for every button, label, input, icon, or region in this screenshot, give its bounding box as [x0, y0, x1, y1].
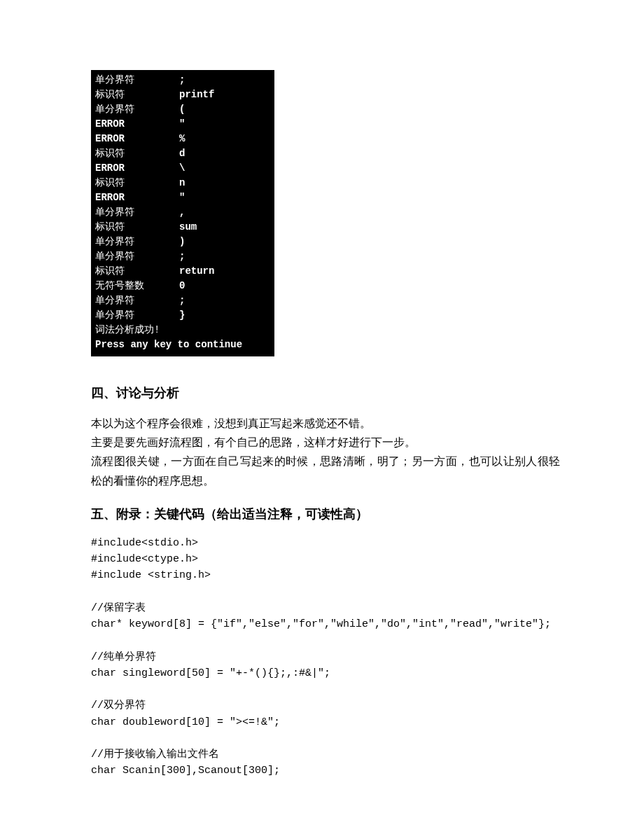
section-4-p1: 本以为这个程序会很难，没想到真正写起来感觉还不错。 — [91, 417, 371, 429]
terminal-row: 标识符printf — [95, 88, 270, 102]
terminal-row-value: " — [179, 117, 185, 132]
section-4-p2: 主要是要先画好流程图，有个自己的思路，这样才好进行下一步。 — [91, 436, 416, 448]
terminal-row: ERROR" — [95, 190, 270, 205]
terminal-row-value: ; — [179, 249, 185, 264]
terminal-row: 标识符return — [95, 264, 270, 279]
terminal-row: 无符号整数0 — [95, 279, 270, 293]
terminal-row-value: ( — [179, 102, 185, 117]
terminal-row-value: \ — [179, 161, 185, 176]
code-block: #include<stdio.h> #include<ctype.h> #inc… — [91, 535, 560, 779]
terminal-row-value: n — [179, 176, 185, 190]
terminal-row-label: 单分界符 — [95, 293, 179, 308]
terminal-row: 单分界符; — [95, 249, 270, 264]
terminal-row-value: , — [179, 205, 185, 220]
section-5-heading: 五、附录：关键代码（给出适当注释，可读性高） — [91, 506, 560, 522]
terminal-row-value: sum — [179, 220, 197, 235]
section-4-p3: 流程图很关键，一方面在自己写起来的时候，思路清晰，明了；另一方面，也可以让别人很… — [91, 455, 560, 486]
terminal-row-value: " — [179, 190, 185, 205]
terminal-row-label: ERROR — [95, 190, 179, 205]
terminal-row: ERROR" — [95, 117, 270, 132]
terminal-row-label: ERROR — [95, 161, 179, 176]
terminal-prompt: Press any key to continue — [95, 338, 270, 352]
terminal-row-label: 单分界符 — [95, 235, 179, 249]
terminal-row: 单分界符; — [95, 293, 270, 308]
terminal-row: 单分界符} — [95, 308, 270, 323]
terminal-row-value: ; — [179, 73, 185, 88]
terminal-row: 标识符d — [95, 146, 270, 161]
terminal-row-label: 无符号整数 — [95, 279, 179, 293]
terminal-row: 标识符sum — [95, 220, 270, 235]
terminal-row-value: % — [179, 132, 185, 146]
terminal-row-label: 单分界符 — [95, 249, 179, 264]
section-4-heading: 四、讨论与分析 — [91, 384, 560, 401]
terminal-row-label: 单分界符 — [95, 102, 179, 117]
terminal-success: 词法分析成功! — [95, 323, 270, 338]
terminal-row-value: d — [179, 146, 185, 161]
terminal-row: ERROR\ — [95, 161, 270, 176]
terminal-row-value: return — [179, 264, 214, 279]
terminal-row: 单分界符, — [95, 205, 270, 220]
terminal-row-label: 标识符 — [95, 220, 179, 235]
terminal-row: 标识符n — [95, 176, 270, 190]
terminal-row: 单分界符) — [95, 235, 270, 249]
terminal-row-value: ; — [179, 293, 185, 308]
terminal-row-label: 标识符 — [95, 176, 179, 190]
terminal-row-value: printf — [179, 88, 214, 102]
terminal-row-label: 单分界符 — [95, 73, 179, 88]
terminal-row-value: } — [179, 308, 185, 323]
terminal-row-label: 标识符 — [95, 264, 179, 279]
terminal-row-label: ERROR — [95, 132, 179, 146]
terminal-row: ERROR% — [95, 132, 270, 146]
terminal-row-label: 标识符 — [95, 88, 179, 102]
terminal-row-label: 单分界符 — [95, 205, 179, 220]
terminal-row: 单分界符( — [95, 102, 270, 117]
terminal-row: 单分界符; — [95, 73, 270, 88]
section-4-body: 本以为这个程序会很难，没想到真正写起来感觉还不错。 主要是要先画好流程图，有个自… — [91, 414, 560, 490]
terminal-row-label: 单分界符 — [95, 308, 179, 323]
terminal-row-label: ERROR — [95, 117, 179, 132]
terminal-row-value: 0 — [179, 279, 185, 293]
terminal-output: 单分界符;标识符printf单分界符(ERROR"ERROR%标识符dERROR… — [91, 70, 274, 356]
terminal-row-label: 标识符 — [95, 146, 179, 161]
terminal-row-value: ) — [179, 235, 185, 249]
